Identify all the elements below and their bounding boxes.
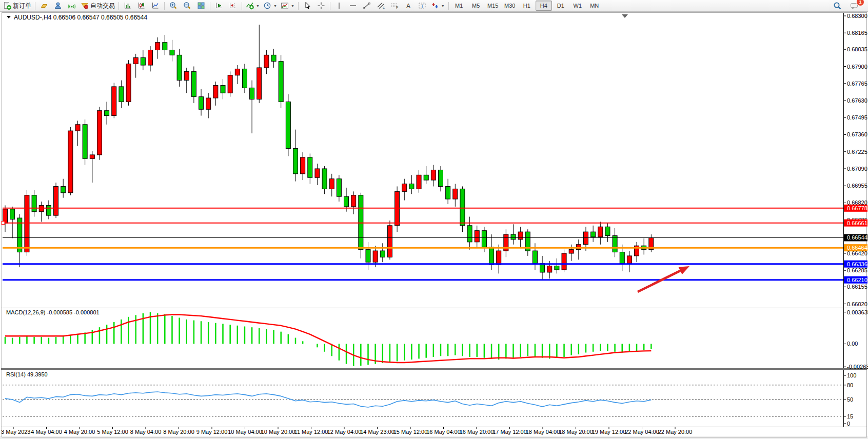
timeframe-button-w1[interactable]: W1 bbox=[569, 1, 586, 11]
vertical-line-button[interactable] bbox=[332, 0, 346, 11]
price-axis-tick-label: 0.67090 bbox=[847, 166, 867, 172]
crosshair-button[interactable] bbox=[314, 0, 328, 11]
candle-bearish bbox=[83, 125, 87, 158]
time-axis-label: 8 May 20:00 bbox=[163, 429, 194, 435]
line-chart-button[interactable] bbox=[149, 0, 162, 11]
price-marker-label: 0.66464 bbox=[847, 245, 867, 251]
price-axis-tick-label: 0.68165 bbox=[847, 30, 867, 36]
price-axis-tick-label: 0.67360 bbox=[847, 131, 867, 137]
candle-bullish bbox=[90, 155, 94, 158]
price-axis-tick-label: 0.67900 bbox=[847, 64, 867, 70]
timeframe-button-d1[interactable]: D1 bbox=[553, 1, 569, 11]
candle-bullish bbox=[126, 64, 131, 102]
candle-bearish bbox=[489, 247, 494, 265]
signals-button[interactable] bbox=[65, 0, 78, 11]
candle-bearish bbox=[279, 62, 283, 102]
templates-button[interactable]: ▼ bbox=[279, 0, 296, 11]
tile-windows-button[interactable] bbox=[194, 0, 208, 11]
candle-bearish bbox=[605, 227, 610, 235]
candle-bearish bbox=[366, 250, 370, 263]
zoom-out-button[interactable] bbox=[181, 0, 194, 11]
svg-text:T: T bbox=[421, 4, 424, 9]
chart-canvas: 0.683000.681650.680350.679000.677650.676… bbox=[0, 12, 868, 439]
timeframe-button-h1[interactable]: H1 bbox=[519, 1, 535, 11]
indicators-button[interactable]: ▼ bbox=[244, 0, 261, 11]
timeframe-button-h4[interactable]: H4 bbox=[536, 1, 552, 11]
candle-bullish bbox=[431, 170, 436, 180]
candle-bearish bbox=[10, 209, 15, 220]
search-button[interactable] bbox=[831, 0, 844, 11]
price-axis-tick-label: 0.67765 bbox=[847, 81, 867, 87]
candle-bullish bbox=[155, 43, 160, 50]
timeframe-button-mn[interactable]: MN bbox=[586, 1, 603, 11]
trendline-button[interactable] bbox=[360, 0, 373, 11]
candle-bullish bbox=[351, 195, 356, 207]
candle-bearish bbox=[532, 251, 537, 264]
auto-scroll-button[interactable] bbox=[212, 0, 226, 11]
toolbar-separator bbox=[119, 2, 119, 10]
notification-badge: 1 bbox=[856, 0, 864, 6]
candle-bullish bbox=[518, 232, 523, 240]
time-axis-label: 22 May 20:00 bbox=[658, 429, 693, 435]
price-axis-tick-label: 0.66955 bbox=[847, 183, 867, 189]
chart-shift-button[interactable] bbox=[226, 0, 240, 11]
zoom-in-button[interactable] bbox=[167, 0, 180, 11]
time-axis-label: 12 May 04:00 bbox=[327, 429, 362, 435]
autotrading-button[interactable]: 自动交易 bbox=[79, 0, 116, 11]
equidistant-channel-button[interactable]: E bbox=[374, 0, 387, 11]
candle-bullish bbox=[598, 227, 603, 237]
search-icon bbox=[833, 2, 842, 10]
text-label-button[interactable]: T bbox=[416, 0, 429, 11]
cursor-button[interactable] bbox=[301, 0, 314, 11]
candlestick-chart-icon bbox=[137, 2, 146, 10]
auto-scroll-icon bbox=[215, 2, 223, 10]
rsi-axis-label: 50 bbox=[847, 396, 853, 403]
dropdown-caret-icon: ▼ bbox=[441, 4, 445, 8]
price-axis-tick-label: 0.66020 bbox=[847, 301, 867, 307]
rsi-axis-label: 100 bbox=[847, 372, 856, 378]
funds-button[interactable] bbox=[37, 0, 51, 11]
toolbar-separator bbox=[242, 2, 242, 10]
horizontal-line-button[interactable] bbox=[346, 0, 360, 11]
candle-bullish bbox=[453, 189, 458, 199]
timeframe-button-m15[interactable]: M15 bbox=[485, 1, 501, 11]
candle-bullish bbox=[627, 256, 632, 264]
new-order-button[interactable]: 新订单 bbox=[2, 0, 33, 11]
candle-bullish bbox=[373, 251, 378, 262]
candle-bearish bbox=[119, 87, 124, 102]
time-axis-label: 9 May 12:00 bbox=[196, 429, 228, 435]
time-axis-label: 16 May 20:00 bbox=[460, 429, 494, 435]
line-selection-handle[interactable] bbox=[2, 222, 5, 225]
time-axis-label: 19 May 12:00 bbox=[592, 429, 626, 435]
price-axis-tick-label: 0.66285 bbox=[847, 267, 867, 273]
price-axis-tick-label: 0.67495 bbox=[847, 114, 867, 121]
time-axis-label: 5 May 12:00 bbox=[97, 429, 128, 435]
candle-bearish bbox=[620, 252, 624, 264]
time-axis-label: 18 May 20:00 bbox=[559, 429, 593, 435]
macd-axis-label: 0.00 bbox=[847, 341, 858, 347]
time-axis-label: 15 May 12:00 bbox=[393, 429, 428, 435]
timeframe-button-m30[interactable]: M30 bbox=[502, 1, 518, 11]
indicators-icon bbox=[246, 2, 254, 10]
svg-text:E: E bbox=[383, 6, 385, 9]
toolbar-separator bbox=[330, 2, 330, 10]
arrows-button[interactable]: ▼ bbox=[429, 0, 446, 11]
candle-bullish bbox=[569, 250, 574, 253]
candlestick-chart-button[interactable] bbox=[135, 0, 148, 11]
candle-bearish bbox=[424, 175, 428, 180]
toolbar-separator bbox=[298, 2, 299, 10]
timeframe-button-m1[interactable]: M1 bbox=[451, 1, 467, 11]
fibonacci-button[interactable]: F bbox=[388, 0, 401, 11]
text-button[interactable]: A bbox=[402, 0, 415, 11]
bar-chart-button[interactable] bbox=[121, 0, 134, 11]
templates-icon bbox=[281, 2, 289, 10]
periods-button[interactable]: ▼ bbox=[262, 0, 279, 11]
time-axis-label: 4 May 20:00 bbox=[64, 429, 95, 435]
dropdown-caret-icon: ▼ bbox=[256, 4, 260, 8]
candle-bearish bbox=[199, 97, 204, 110]
timeframe-button-m5[interactable]: M5 bbox=[468, 1, 484, 11]
trendline-icon bbox=[363, 2, 371, 10]
chat-button[interactable]: 1 bbox=[848, 0, 861, 11]
toolbar-separator bbox=[35, 2, 35, 10]
community-button[interactable] bbox=[51, 0, 65, 11]
